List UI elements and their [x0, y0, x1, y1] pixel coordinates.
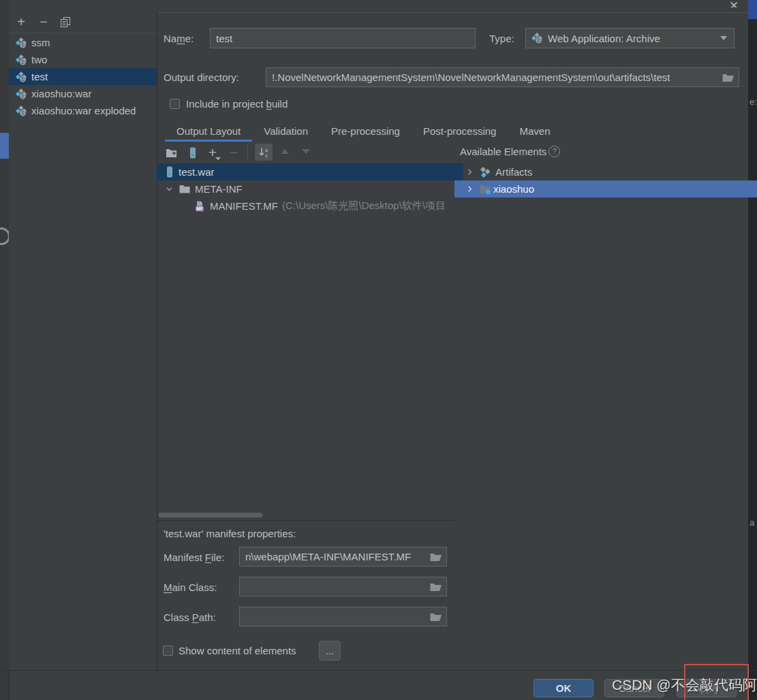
background-text-fragment: e: — [750, 97, 757, 107]
available-row-artifacts[interactable]: Artifacts — [454, 163, 757, 180]
artifact-name: test — [31, 71, 48, 82]
archive-icon — [166, 166, 174, 178]
remove-element-button[interactable]: − — [226, 144, 241, 161]
tree-node-label: META-INF — [195, 183, 243, 195]
artifact-list-item[interactable]: ssm — [9, 34, 157, 51]
artifact-name: two — [31, 54, 47, 65]
include-in-build-label: Include in project build — [186, 98, 288, 110]
artifact-list-toolbar: + − — [9, 12, 157, 33]
move-up-button[interactable] — [281, 149, 289, 154]
svg-text:z: z — [265, 153, 268, 158]
move-down-button[interactable] — [302, 149, 310, 154]
copy-icon — [60, 16, 71, 27]
sort-az-icon: a z — [258, 146, 270, 158]
type-label: Type: — [489, 33, 514, 44]
browse-ellipsis-button[interactable]: ... — [319, 641, 341, 661]
tree-row-meta-inf[interactable]: META-INF — [157, 180, 461, 197]
name-label: Name: — [164, 33, 194, 44]
web-artifact-icon — [531, 33, 542, 44]
name-input[interactable]: test — [210, 28, 476, 48]
show-content-label: Show content of elements — [179, 645, 296, 656]
artifact-name: ssm — [31, 37, 50, 48]
caret-down-icon — [215, 157, 221, 160]
background-window-left — [0, 0, 10, 700]
main-class-input[interactable] — [239, 577, 447, 596]
help-icon[interactable]: ? — [549, 146, 560, 157]
dialog-titlebar: ✕ — [9, 0, 748, 13]
artifact-list-item[interactable]: xiaoshuo:war exploded — [9, 102, 157, 119]
output-directory-label: Output directory: — [164, 71, 239, 83]
output-directory-input[interactable]: !.NovelNetworkManagementSystem\NovelNetw… — [266, 67, 739, 87]
chevron-down-icon[interactable] — [164, 184, 174, 195]
manifest-file-input[interactable]: n\webapp\META-INF\MANIFEST.MF — [239, 547, 447, 567]
tree-row-test-war[interactable]: test.war — [157, 163, 463, 180]
artifact-list-item[interactable]: two — [9, 51, 157, 68]
remove-artifact-button[interactable]: − — [36, 13, 51, 31]
browse-folder-icon[interactable] — [722, 73, 735, 82]
browse-folder-icon[interactable] — [430, 552, 442, 562]
tab-output-layout[interactable]: Output Layout — [165, 121, 252, 140]
panel-divider — [157, 520, 454, 521]
type-dropdown[interactable]: Web Application: Archive — [525, 28, 735, 48]
tab-pre-processing[interactable]: Pre-processing — [320, 121, 412, 140]
manifest-file-value: n\webapp\META-INF\MANIFEST.MF — [240, 551, 427, 562]
web-artifact-icon — [16, 37, 27, 48]
copy-artifact-button[interactable] — [58, 13, 73, 31]
background-selection-fragment — [0, 133, 9, 159]
browse-folder-icon[interactable] — [430, 582, 442, 592]
output-layout-toolbar: + − a z — [157, 143, 454, 162]
web-artifact-icon — [16, 54, 27, 65]
available-row-xiaoshuo[interactable]: xiaoshuo — [454, 180, 757, 197]
archive-icon — [189, 147, 197, 159]
module-icon — [480, 185, 491, 194]
artifact-list-panel: + − ssm two test — [9, 12, 157, 670]
sort-alphabetically-button[interactable]: a z — [255, 144, 273, 161]
folder-icon — [179, 185, 190, 193]
web-artifact-icon — [16, 89, 27, 99]
new-folder-icon — [166, 148, 177, 158]
tab-validation[interactable]: Validation — [252, 121, 320, 140]
background-text-fragment: a — [750, 518, 754, 528]
artifact-list-item-selected[interactable]: test — [9, 68, 157, 85]
arrow-down-icon — [302, 149, 310, 154]
chevron-down-icon — [720, 36, 727, 40]
available-elements-header: Available Elements ? — [460, 146, 560, 157]
artifact-name: xiaoshuo:war — [31, 88, 91, 99]
arrow-up-icon — [281, 149, 289, 154]
add-element-button[interactable]: + — [204, 144, 221, 161]
artifacts-dialog: e: a ✕ + − ssm two — [0, 0, 757, 700]
artifact-list-item[interactable]: xiaoshuo:war — [9, 85, 157, 102]
tree-node-label: test.war — [179, 166, 215, 178]
footer-separator — [0, 670, 757, 671]
svg-text:MF: MF — [196, 206, 202, 211]
tree-node-path: (C:\Users\陈光照\Desktop\软件\项目 — [282, 200, 446, 212]
class-path-label: Class Path: — [164, 611, 216, 623]
manifest-section-title: 'test.war' manifest properties: — [164, 528, 296, 539]
create-directory-button[interactable] — [164, 145, 179, 160]
class-path-input[interactable] — [239, 607, 447, 626]
ok-button[interactable]: OK — [534, 679, 593, 697]
name-value: test — [211, 33, 475, 44]
background-window-right: e: a — [748, 0, 757, 700]
show-content-checkbox[interactable] — [163, 646, 173, 656]
browse-folder-icon[interactable] — [430, 612, 442, 622]
minus-icon: − — [40, 14, 48, 30]
tab-post-processing[interactable]: Post-processing — [412, 121, 508, 140]
tree-node-label: MANIFEST.MF — [210, 200, 278, 212]
create-archive-button[interactable] — [185, 144, 200, 161]
annotation-rectangle — [684, 664, 749, 700]
chevron-right-icon[interactable] — [464, 167, 475, 178]
available-node-label: Artifacts — [495, 166, 532, 178]
web-artifact-icon — [16, 71, 27, 82]
chevron-right-icon[interactable] — [464, 184, 475, 195]
include-in-build-checkbox[interactable] — [170, 99, 180, 109]
horizontal-scrollbar-thumb[interactable] — [159, 513, 262, 518]
tree-row-manifest-mf[interactable]: MF MANIFEST.MF (C:\Users\陈光照\Desktop\软件\… — [157, 197, 492, 214]
available-node-label: xiaoshuo — [493, 183, 534, 195]
artifact-list: ssm two test xiaoshuo:war xiaoshuo:war e… — [9, 34, 157, 119]
tab-maven[interactable]: Maven — [508, 121, 561, 140]
close-icon[interactable]: ✕ — [724, 0, 744, 7]
web-artifact-icon — [16, 106, 27, 116]
minus-icon: − — [230, 144, 238, 161]
add-artifact-button[interactable]: + — [14, 13, 29, 31]
